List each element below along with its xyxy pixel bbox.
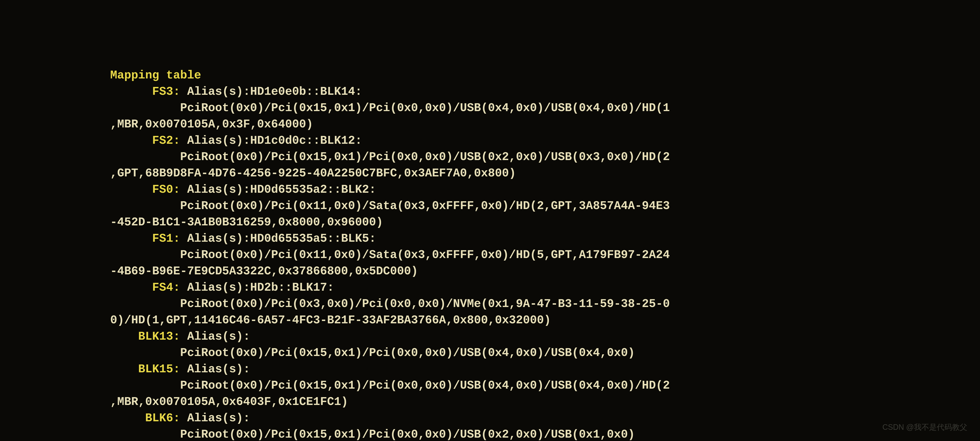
efi-shell-output: Mapping table FS3: Alias(s):HD1e0e0b::BL… xyxy=(110,51,670,441)
mapping-lines: FS3: Alias(s):HD1e0e0b::BLK14: PciRoot(0… xyxy=(110,84,670,441)
mapping-table-title: Mapping table xyxy=(110,69,201,82)
watermark-text: CSDN @我不是代码教父 xyxy=(882,422,967,433)
